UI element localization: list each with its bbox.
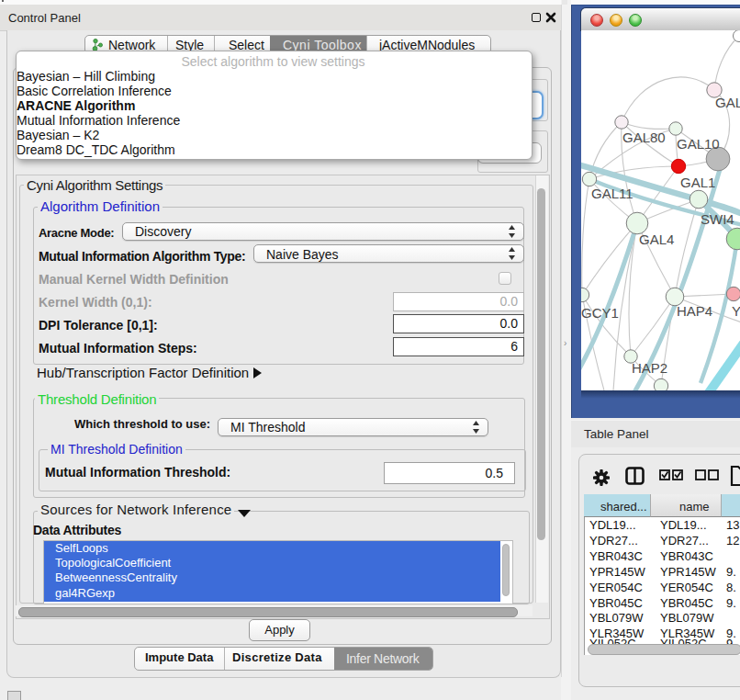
svg-text:GAL80: GAL80 xyxy=(622,130,666,145)
svg-text:GAL11: GAL11 xyxy=(591,186,633,201)
svg-text:Y: Y xyxy=(732,303,740,319)
svg-text:GCY1: GCY1 xyxy=(581,305,619,321)
svg-text:HAP2: HAP2 xyxy=(632,360,667,376)
svg-text:GAL1: GAL1 xyxy=(680,175,715,190)
svg-text:SWI4: SWI4 xyxy=(701,211,734,227)
svg-text:GAL10: GAL10 xyxy=(677,136,720,152)
svg-text:GAL7: GAL7 xyxy=(715,95,740,110)
svg-text:GAL4: GAL4 xyxy=(639,231,674,247)
svg-text:HAP4: HAP4 xyxy=(677,303,712,319)
